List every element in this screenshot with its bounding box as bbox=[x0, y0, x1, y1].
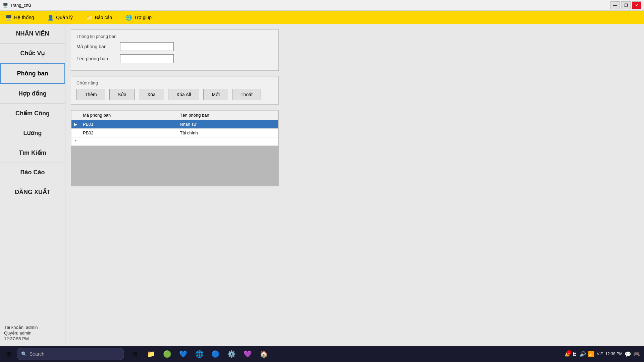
quyen-label: Quyền: bbox=[4, 330, 19, 336]
col-indicator bbox=[71, 111, 80, 120]
row-indicator-2 bbox=[71, 129, 80, 137]
menu-he-thong-label: Hệ thống bbox=[14, 15, 34, 20]
row-indicator-3: * bbox=[71, 137, 80, 146]
bao-cao-icon: 📁 bbox=[86, 14, 93, 21]
taskbar-app-file-explorer[interactable]: 📁 bbox=[144, 347, 158, 361]
menu-bao-cao[interactable]: 📁 Báo cáo bbox=[84, 13, 115, 22]
taskbar-app-settings[interactable]: ⚙️ bbox=[224, 347, 239, 361]
tai-khoan-label: Tài khoản: bbox=[4, 325, 26, 330]
language-indicator[interactable]: VIE bbox=[597, 352, 603, 356]
menu-he-thong[interactable]: 🖥️ Hệ thống bbox=[3, 13, 37, 22]
title-bar-left: 🖥️ Trang_chủ bbox=[3, 3, 31, 8]
app-icon-right[interactable]: 🎮 bbox=[633, 351, 640, 357]
table-header-row: Mã phòng ban Tên phòng ban bbox=[71, 111, 278, 120]
chuc-nang-panel: Chức năng Thêm Sửa Xóa Xóa All Mới Thoát bbox=[71, 76, 279, 105]
start-button[interactable]: ⊞ bbox=[1, 347, 16, 361]
taskbar-clock[interactable]: 12:38 PM bbox=[605, 351, 623, 357]
taskbar-app-purple[interactable]: 💜 bbox=[240, 347, 255, 361]
table-row[interactable]: PB02 Tài chính bbox=[71, 129, 278, 137]
app-title: Trang_chủ bbox=[10, 3, 31, 8]
message-icon[interactable]: 💬 bbox=[625, 351, 631, 357]
sidebar-item-dang-xuat[interactable]: ĐĂNG XUẤT bbox=[0, 182, 65, 202]
menu-quan-ly[interactable]: 👤 Quản lý bbox=[45, 13, 75, 22]
ma-phong-ban-label: Mã phòng ban bbox=[76, 44, 120, 49]
title-bar-controls: — ❐ ✕ bbox=[610, 1, 641, 9]
table-row[interactable]: ▶ PB01 Nhân sự bbox=[71, 120, 278, 129]
moi-button[interactable]: Mới bbox=[203, 89, 228, 100]
maximize-button[interactable]: ❐ bbox=[621, 1, 631, 9]
sidebar-item-tim-kiem[interactable]: Tìm Kiếm bbox=[0, 143, 65, 163]
taskbar-app-task-view[interactable]: ⊞ bbox=[127, 347, 142, 361]
menu-quan-ly-label: Quản lý bbox=[56, 15, 72, 20]
quyen-value: admin bbox=[19, 330, 31, 336]
row-2-ma: PB02 bbox=[80, 129, 177, 137]
monitor-icon[interactable]: 🖥 bbox=[572, 351, 577, 357]
menu-tro-giup[interactable]: 🌐 Trợ giúp bbox=[123, 13, 154, 22]
row-indicator-1: ▶ bbox=[71, 120, 80, 129]
volume-icon[interactable]: 🔊 bbox=[579, 351, 586, 357]
sidebar-item-luong[interactable]: Lương bbox=[0, 123, 65, 143]
row-3-ten bbox=[177, 137, 278, 146]
sidebar-item-cham-cong[interactable]: Chấm Công bbox=[0, 104, 65, 123]
xoa-all-button[interactable]: Xóa All bbox=[168, 89, 200, 100]
table-empty-area bbox=[71, 146, 278, 186]
search-icon: 🔍 bbox=[21, 351, 27, 357]
taskbar-app-home[interactable]: 🏠 bbox=[256, 347, 271, 361]
notification-icon[interactable]: 🔔 1 bbox=[565, 352, 570, 357]
menu-tro-giup-label: Trợ giúp bbox=[134, 15, 152, 20]
menu-bar: 🖥️ Hệ thống 👤 Quản lý 📁 Báo cáo 🌐 Trợ gi… bbox=[0, 11, 644, 24]
thong-tin-panel: Thông tin phòng ban Mã phòng ban Tên phò… bbox=[71, 29, 279, 71]
sidebar-item-bao-cao[interactable]: Báo Cáo bbox=[0, 163, 65, 182]
ma-phong-ban-row: Mã phòng ban bbox=[76, 42, 273, 51]
taskbar-search[interactable]: 🔍 Search bbox=[17, 348, 124, 360]
tai-khoan-row: Tài khoản: admin bbox=[4, 325, 61, 330]
taskbar-right: 🔔 1 🖥 🔊 📶 VIE 12:38 PM 💬 🎮 bbox=[565, 351, 643, 357]
menu-bao-cao-label: Báo cáo bbox=[95, 15, 112, 20]
ma-phong-ban-input[interactable] bbox=[120, 42, 174, 51]
clock-time: 12:38 PM bbox=[605, 351, 623, 357]
chuc-nang-label: Chức năng bbox=[76, 80, 273, 85]
taskbar: ⊞ 🔍 Search ⊞ 📁 🟢 💙 🌐 🔵 ⚙️ 💜 🏠 🔔 1 🖥 🔊 📶 … bbox=[0, 346, 644, 362]
wifi-icon[interactable]: 📶 bbox=[588, 351, 595, 357]
sidebar-footer: Tài khoản: admin Quyền: admin 12:37:55 P… bbox=[0, 321, 65, 343]
minimize-button[interactable]: — bbox=[610, 1, 620, 9]
time-display: 12:37:55 PM bbox=[4, 336, 61, 341]
ten-phong-ban-row: Tên phòng ban bbox=[76, 54, 273, 63]
title-bar: 🖥️ Trang_chủ — ❐ ✕ bbox=[0, 0, 644, 11]
col-ma-phong-ban: Mã phòng ban bbox=[80, 111, 177, 120]
quan-ly-icon: 👤 bbox=[47, 14, 54, 21]
taskbar-app-vscode[interactable]: 💙 bbox=[176, 347, 191, 361]
ten-phong-ban-input[interactable] bbox=[120, 54, 174, 63]
thoat-button[interactable]: Thoát bbox=[232, 89, 261, 100]
sidebar-item-phong-ban[interactable]: Phòng ban bbox=[0, 63, 65, 84]
sidebar-item-nhan-vien[interactable]: NHÂN VIÊN bbox=[0, 24, 65, 44]
notification-badge: 1 bbox=[567, 350, 571, 355]
table-row-empty[interactable]: * bbox=[71, 137, 278, 146]
sidebar: NHÂN VIÊN Chức Vụ Phòng ban Hợp đồng Chấ… bbox=[0, 24, 65, 346]
tro-giup-icon: 🌐 bbox=[125, 14, 132, 21]
taskbar-app-blue[interactable]: 🔵 bbox=[208, 347, 223, 361]
sua-button[interactable]: Sửa bbox=[109, 89, 135, 100]
row-1-ma: PB01 bbox=[80, 120, 177, 129]
ten-phong-ban-label: Tên phòng ban bbox=[76, 56, 120, 61]
data-table-container: Mã phòng ban Tên phòng ban ▶ PB01 Nhân s… bbox=[71, 110, 279, 186]
search-label: Search bbox=[30, 351, 44, 357]
them-button[interactable]: Thêm bbox=[76, 89, 105, 100]
taskbar-app-chrome[interactable]: 🌐 bbox=[192, 347, 207, 361]
quyen-row: Quyền: admin bbox=[4, 330, 61, 336]
sidebar-item-hop-dong[interactable]: Hợp đồng bbox=[0, 84, 65, 104]
xoa-button[interactable]: Xóa bbox=[139, 89, 164, 100]
close-button[interactable]: ✕ bbox=[632, 1, 641, 9]
tai-khoan-value: admin bbox=[26, 325, 38, 330]
app-icon: 🖥️ bbox=[3, 3, 8, 8]
he-thong-icon: 🖥️ bbox=[5, 14, 12, 21]
row-2-ten: Tài chính bbox=[177, 129, 278, 137]
content-area: Thông tin phòng ban Mã phòng ban Tên phò… bbox=[65, 24, 644, 346]
row-3-ma bbox=[80, 137, 177, 146]
row-1-ten: Nhân sự bbox=[177, 120, 278, 129]
data-table: Mã phòng ban Tên phòng ban ▶ PB01 Nhân s… bbox=[71, 110, 278, 146]
taskbar-app-green[interactable]: 🟢 bbox=[160, 347, 174, 361]
func-buttons: Thêm Sửa Xóa Xóa All Mới Thoát bbox=[76, 89, 273, 100]
main-area: NHÂN VIÊN Chức Vụ Phòng ban Hợp đồng Chấ… bbox=[0, 24, 644, 346]
sidebar-item-chuc-vu[interactable]: Chức Vụ bbox=[0, 44, 65, 63]
